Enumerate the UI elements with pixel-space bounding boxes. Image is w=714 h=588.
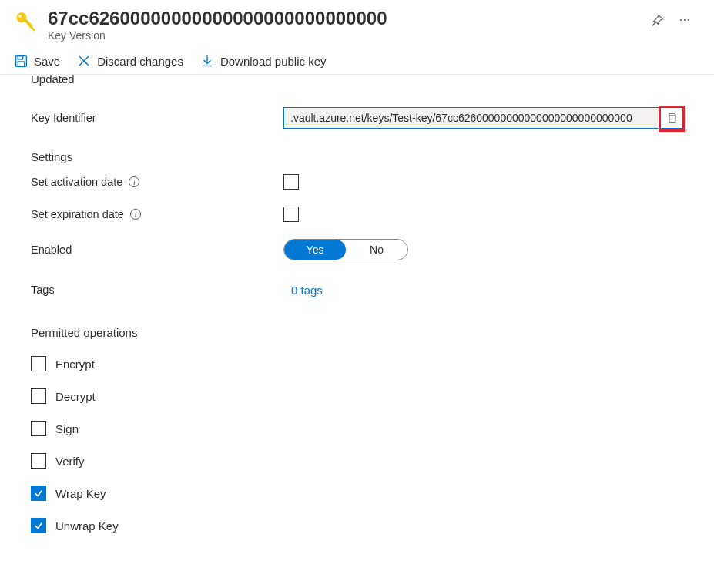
content-area: Updated Key Identifier Settings Set acti… [0, 75, 714, 549]
key-identifier-field-wrap [283, 107, 683, 129]
key-identifier-input[interactable] [284, 108, 659, 128]
key-identifier-label: Key Identifier [31, 112, 283, 124]
more-button[interactable] [677, 12, 692, 28]
permitted-operations-list: Encrypt Decrypt Sign Verify Wrap Key [31, 356, 683, 533]
enabled-no[interactable]: No [346, 240, 407, 260]
perm-wrap[interactable]: Wrap Key [31, 486, 683, 501]
perm-verify[interactable]: Verify [31, 453, 683, 469]
permitted-operations-heading: Permitted operations [31, 326, 683, 339]
enabled-toggle[interactable]: Yes No [283, 239, 408, 260]
page-header: 67cc62600000000000000000000000000 Key Ve… [0, 0, 714, 46]
perm-encrypt-checkbox[interactable] [31, 356, 46, 371]
command-bar: Save Discard changes Download public key [0, 46, 714, 75]
tags-label: Tags [31, 284, 283, 296]
svg-point-1 [18, 15, 22, 18]
activation-checkbox[interactable] [283, 174, 299, 190]
perm-sign[interactable]: Sign [31, 421, 683, 436]
perm-encrypt[interactable]: Encrypt [31, 356, 683, 371]
svg-rect-9 [18, 55, 22, 59]
download-label: Download public key [220, 55, 327, 68]
save-icon [14, 54, 28, 68]
svg-point-6 [684, 19, 686, 21]
perm-wrap-label: Wrap Key [55, 487, 106, 500]
enabled-yes[interactable]: Yes [284, 240, 346, 260]
expiration-label: Set expiration date i [31, 208, 283, 220]
svg-point-7 [688, 19, 689, 21]
copy-button[interactable] [659, 106, 685, 132]
discard-button[interactable]: Discard changes [77, 54, 183, 68]
download-icon [200, 54, 214, 68]
perm-verify-checkbox[interactable] [31, 453, 46, 469]
perm-decrypt-label: Decrypt [55, 390, 96, 403]
perm-decrypt-checkbox[interactable] [31, 388, 46, 404]
activation-label: Set activation date i [31, 176, 283, 188]
perm-unwrap-label: Unwrap Key [55, 519, 119, 533]
expiration-checkbox[interactable] [283, 207, 299, 222]
pin-button[interactable] [649, 12, 665, 28]
tags-link[interactable]: 0 tags [291, 284, 323, 297]
info-icon[interactable]: i [129, 176, 139, 187]
svg-point-5 [680, 19, 682, 21]
perm-unwrap-checkbox[interactable] [31, 518, 46, 533]
download-button[interactable]: Download public key [200, 54, 327, 68]
copy-icon [666, 113, 677, 126]
svg-rect-10 [18, 62, 25, 66]
discard-icon [77, 54, 91, 68]
perm-sign-label: Sign [55, 422, 79, 435]
perm-sign-checkbox[interactable] [31, 421, 46, 436]
info-icon[interactable]: i [130, 209, 141, 220]
key-icon [14, 9, 37, 35]
perm-encrypt-label: Encrypt [55, 358, 95, 371]
updated-label: Updated [31, 75, 283, 86]
save-label: Save [34, 55, 60, 68]
perm-verify-label: Verify [55, 455, 85, 468]
perm-wrap-checkbox[interactable] [31, 486, 46, 501]
discard-label: Discard changes [97, 55, 183, 68]
save-button[interactable]: Save [14, 54, 60, 68]
page-title: 67cc62600000000000000000000000000 [48, 8, 649, 29]
svg-rect-15 [669, 115, 675, 122]
perm-decrypt[interactable]: Decrypt [31, 388, 683, 404]
perm-unwrap[interactable]: Unwrap Key [31, 518, 683, 533]
page-subtitle: Key Version [48, 29, 649, 42]
settings-heading: Settings [31, 150, 683, 163]
enabled-label: Enabled [31, 244, 283, 256]
